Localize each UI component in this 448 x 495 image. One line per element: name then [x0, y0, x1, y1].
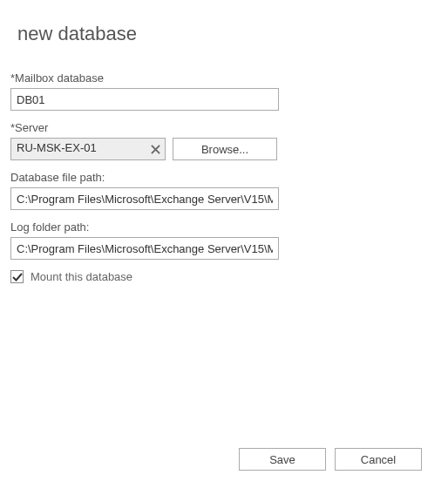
- log-folder-path-label: Log folder path:: [10, 220, 438, 234]
- mount-database-label: Mount this database: [31, 270, 132, 283]
- mailbox-database-input[interactable]: [10, 88, 279, 111]
- cancel-button[interactable]: Cancel: [335, 448, 422, 471]
- page-title: new database: [17, 23, 438, 45]
- save-button[interactable]: Save: [239, 448, 326, 471]
- check-icon: [12, 272, 23, 282]
- browse-button[interactable]: Browse...: [173, 138, 277, 160]
- log-folder-path-input[interactable]: [10, 237, 279, 260]
- footer-buttons: Save Cancel: [239, 448, 422, 471]
- database-file-path-label: Database file path:: [10, 171, 438, 184]
- mount-database-row: Mount this database: [10, 270, 438, 283]
- mount-database-checkbox[interactable]: [10, 270, 24, 283]
- mailbox-database-field: *Mailbox database: [10, 71, 438, 111]
- clear-icon[interactable]: [146, 139, 165, 159]
- database-file-path-field: Database file path:: [10, 171, 438, 210]
- server-value: RU-MSK-EX-01: [11, 139, 146, 159]
- server-field: *Server RU-MSK-EX-01 Browse...: [10, 121, 438, 160]
- server-label: *Server: [10, 121, 438, 134]
- server-picker[interactable]: RU-MSK-EX-01: [10, 138, 166, 160]
- log-folder-path-field: Log folder path:: [10, 220, 438, 260]
- mailbox-database-label: *Mailbox database: [10, 71, 438, 85]
- database-file-path-input[interactable]: [10, 187, 279, 210]
